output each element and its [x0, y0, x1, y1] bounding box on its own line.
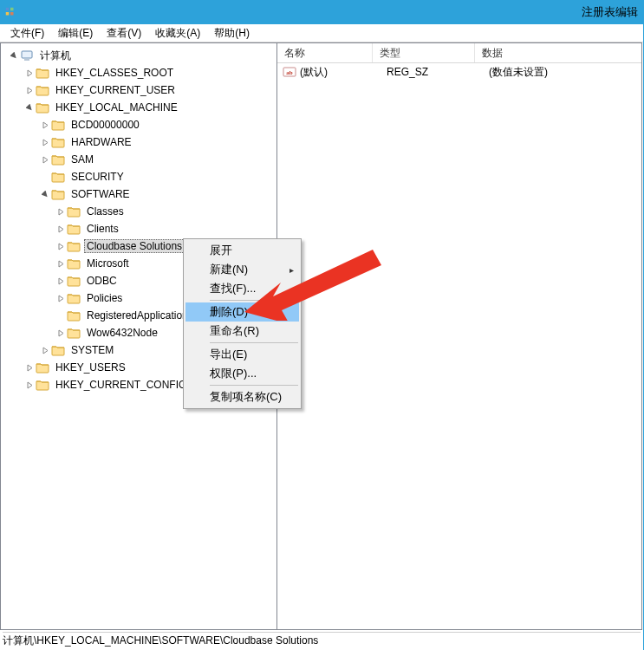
tree-hku-expander[interactable] — [23, 361, 36, 374]
tree-classes-label: Classes — [84, 205, 127, 218]
tree-classes-expander[interactable] — [55, 205, 67, 218]
tree-software[interactable]: SOFTWARE — [3, 185, 275, 203]
tree-policies-expander[interactable] — [55, 292, 67, 304]
tree-regapps-label: RegisteredApplications — [84, 309, 196, 322]
folder-icon — [67, 257, 81, 270]
tree-classes[interactable]: Classes — [3, 203, 275, 220]
tree-hkcr-expander[interactable] — [23, 67, 36, 79]
tree-sam-expander[interactable] — [39, 153, 51, 166]
ctx-export[interactable]: 导出(E) — [185, 345, 299, 364]
folder-icon — [36, 378, 49, 392]
tree-hardware-expander[interactable] — [39, 136, 51, 148]
menu-edit[interactable]: 编辑(E) — [51, 24, 100, 42]
window-title: 注册表编辑 — [582, 4, 638, 20]
tree-hardware[interactable]: HARDWARE — [3, 133, 275, 151]
svg-rect-2 — [6, 12, 10, 16]
computer-icon — [20, 49, 34, 62]
tree-cloudbase-label: Cloudbase Solutions — [84, 239, 185, 253]
menu-favorites[interactable]: 收藏夹(A) — [148, 24, 207, 42]
status-bar: 计算机\HKEY_LOCAL_MACHINE\SOFTWARE\Cloudbas… — [3, 632, 641, 647]
col-type[interactable]: 类型 — [373, 43, 475, 62]
tree-system-expander[interactable] — [39, 344, 51, 356]
folder-icon — [36, 83, 49, 97]
tree-wow-label: Wow6432Node — [84, 326, 160, 340]
tree-policies-label: Policies — [84, 291, 125, 305]
tree-hklm[interactable]: HKEY_LOCAL_MACHINE — [3, 99, 275, 116]
ctx-find[interactable]: 查找(F)... — [185, 279, 299, 298]
tree-wow-expander[interactable] — [55, 327, 67, 339]
folder-icon — [67, 222, 81, 236]
tree-clients-expander[interactable] — [55, 223, 67, 235]
folder-icon — [67, 205, 81, 218]
tree-root[interactable]: 计算机 — [3, 47, 275, 64]
tree-hkcu-expander[interactable] — [23, 84, 36, 96]
tree-bcd-label: BCD00000000 — [68, 118, 142, 132]
tree-microsoft-label: Microsoft — [84, 257, 132, 270]
tree-hardware-label: HARDWARE — [68, 135, 134, 149]
ctx-permissions[interactable]: 权限(P)... — [185, 364, 299, 383]
value-row-default[interactable]: ab (默认) REG_SZ (数值未设置) — [277, 63, 641, 81]
tree-clients[interactable]: Clients — [3, 220, 275, 237]
tree-software-label: SOFTWARE — [68, 187, 133, 201]
ctx-new[interactable]: 新建(N) — [185, 260, 299, 279]
folder-icon — [36, 101, 49, 114]
menu-view[interactable]: 查看(V) — [100, 24, 148, 42]
tree-hkcc-label: HKEY_CURRENT_CONFIG — [53, 378, 189, 392]
svg-rect-3 — [10, 12, 14, 16]
tree-root-expander[interactable] — [8, 49, 20, 62]
folder-icon — [67, 309, 81, 322]
tree-hkcr-label: HKEY_CLASSES_ROOT — [53, 66, 176, 80]
column-headers: 名称 类型 数据 — [277, 43, 641, 63]
folder-icon — [36, 361, 49, 374]
tree-bcd-expander[interactable] — [39, 119, 51, 131]
tree-hkcu[interactable]: HKEY_CURRENT_USER — [3, 81, 275, 99]
col-name[interactable]: 名称 — [277, 43, 373, 62]
value-type: REG_SZ — [387, 66, 489, 78]
list-pane: 名称 类型 数据 ab (默认) REG_SZ (数值未设置) — [277, 42, 642, 630]
main-area: 计算机HKEY_CLASSES_ROOTHKEY_CURRENT_USERHKE… — [0, 42, 642, 630]
tree-odbc-expander[interactable] — [55, 275, 67, 287]
tree-hkcu-label: HKEY_CURRENT_USER — [53, 83, 178, 97]
tree-odbc-label: ODBC — [84, 274, 120, 288]
tree-system-label: SYSTEM — [68, 343, 116, 357]
tree-bcd[interactable]: BCD00000000 — [3, 116, 275, 133]
string-value-icon: ab — [283, 65, 296, 79]
tree-clients-label: Clients — [84, 222, 121, 236]
col-data[interactable]: 数据 — [475, 43, 641, 62]
tree-hku-label: HKEY_USERS — [53, 361, 128, 374]
svg-rect-0 — [6, 8, 10, 11]
svg-rect-1 — [10, 8, 14, 11]
ctx-expand[interactable]: 展开 — [185, 241, 299, 260]
tree-hklm-label: HKEY_LOCAL_MACHINE — [53, 101, 180, 114]
folder-icon — [51, 135, 65, 149]
folder-icon — [67, 274, 81, 288]
svg-rect-4 — [22, 51, 32, 58]
tree-hkcc-expander[interactable] — [23, 379, 36, 391]
folder-icon — [36, 66, 49, 80]
tree-root-label: 计算机 — [37, 48, 74, 64]
tree-sam[interactable]: SAM — [3, 151, 275, 168]
tree-microsoft-expander[interactable] — [55, 257, 67, 270]
tree-cloudbase-expander[interactable] — [55, 240, 67, 252]
ctx-delete[interactable]: 删除(D) — [185, 302, 299, 322]
tree-sam-label: SAM — [68, 153, 96, 166]
folder-icon — [67, 239, 81, 253]
ctx-rename[interactable]: 重命名(R) — [185, 322, 299, 341]
value-name: (默认) — [300, 65, 387, 80]
folder-icon — [51, 170, 65, 184]
folder-icon — [67, 326, 81, 340]
svg-rect-5 — [24, 59, 29, 61]
menu-help[interactable]: 帮助(H) — [207, 24, 257, 42]
tree-hkcr[interactable]: HKEY_CLASSES_ROOT — [3, 64, 275, 81]
folder-icon — [51, 187, 65, 201]
svg-text:ab: ab — [286, 69, 293, 76]
tree-hklm-expander[interactable] — [23, 101, 36, 114]
ctx-separator — [210, 300, 298, 301]
menu-file[interactable]: 文件(F) — [3, 24, 51, 42]
tree-security[interactable]: SECURITY — [3, 168, 275, 185]
ctx-copykey[interactable]: 复制项名称(C) — [185, 387, 299, 406]
ctx-separator — [210, 342, 298, 343]
folder-icon — [51, 118, 65, 132]
tree-software-expander[interactable] — [39, 188, 51, 200]
ctx-separator — [210, 385, 298, 386]
